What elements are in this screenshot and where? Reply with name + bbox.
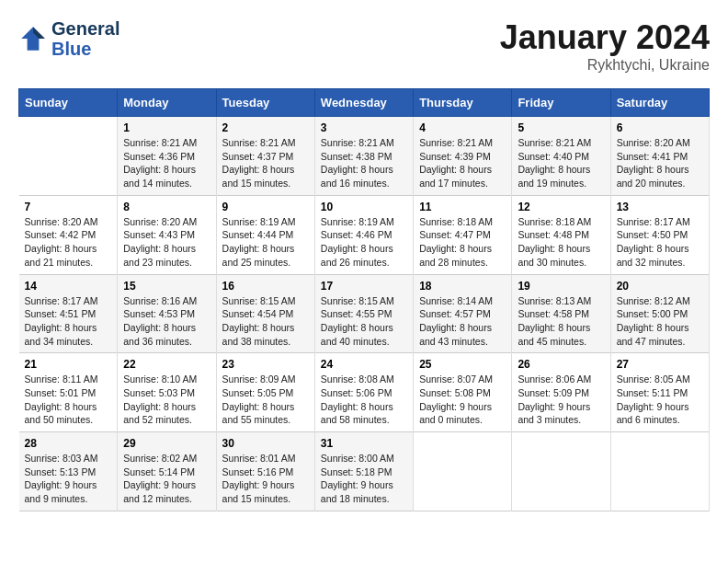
day-cell: 27Sunrise: 8:05 AM Sunset: 5:11 PM Dayli… [610,353,709,432]
weekday-header-wednesday: Wednesday [314,89,413,117]
day-info: Sunrise: 8:13 AM Sunset: 4:58 PM Dayligh… [518,294,604,349]
day-cell: 11Sunrise: 8:18 AM Sunset: 4:47 PM Dayli… [414,195,512,274]
day-info: Sunrise: 8:21 AM Sunset: 4:40 PM Dayligh… [518,136,604,190]
weekday-header-saturday: Saturday [610,89,709,117]
day-cell: 2Sunrise: 8:21 AM Sunset: 4:37 PM Daylig… [216,117,314,196]
day-cell: 29Sunrise: 8:02 AM Sunset: 5:14 PM Dayli… [118,432,216,511]
day-info: Sunrise: 8:21 AM Sunset: 4:39 PM Dayligh… [419,136,506,190]
day-number: 10 [321,201,407,213]
day-number: 26 [518,358,604,371]
day-number: 15 [123,280,210,293]
day-number: 5 [518,121,604,134]
day-info: Sunrise: 8:21 AM Sunset: 4:36 PM Dayligh… [123,136,210,190]
day-cell: 8Sunrise: 8:20 AM Sunset: 4:43 PM Daylig… [118,195,216,274]
day-info: Sunrise: 8:19 AM Sunset: 4:44 PM Dayligh… [222,215,309,270]
day-info: Sunrise: 8:05 AM Sunset: 5:11 PM Dayligh… [617,373,703,427]
day-number: 13 [617,201,703,213]
week-row-4: 21Sunrise: 8:11 AM Sunset: 5:01 PM Dayli… [19,353,710,432]
day-cell: 5Sunrise: 8:21 AM Sunset: 4:40 PM Daylig… [512,117,610,196]
weekday-header-tuesday: Tuesday [216,89,314,117]
week-row-1: 1Sunrise: 8:21 AM Sunset: 4:36 PM Daylig… [19,117,710,196]
day-number: 7 [25,201,112,213]
day-cell: 10Sunrise: 8:19 AM Sunset: 4:46 PM Dayli… [314,195,413,274]
day-number: 8 [123,201,210,213]
day-number: 14 [25,280,112,293]
day-info: Sunrise: 8:02 AM Sunset: 5:14 PM Dayligh… [123,452,210,506]
day-number: 19 [518,280,604,293]
day-number: 6 [617,121,703,134]
day-number: 11 [419,201,506,213]
day-cell [414,432,512,511]
day-cell: 14Sunrise: 8:17 AM Sunset: 4:51 PM Dayli… [19,274,118,353]
day-number: 27 [617,358,703,371]
week-row-5: 28Sunrise: 8:03 AM Sunset: 5:13 PM Dayli… [19,432,710,511]
weekday-header-friday: Friday [512,89,610,117]
title-block: January 2024 Rykhtychi, Ukraine [500,18,710,74]
day-cell: 17Sunrise: 8:15 AM Sunset: 4:55 PM Dayli… [314,274,413,353]
logo-icon [18,24,48,53]
day-cell: 28Sunrise: 8:03 AM Sunset: 5:13 PM Dayli… [19,432,118,511]
day-cell: 4Sunrise: 8:21 AM Sunset: 4:39 PM Daylig… [414,117,512,196]
day-cell [610,432,709,511]
page-header: General Blue January 2024 Rykhtychi, Ukr… [18,18,710,74]
day-cell: 19Sunrise: 8:13 AM Sunset: 4:58 PM Dayli… [512,274,610,353]
weekday-header-sunday: Sunday [19,89,118,117]
day-cell [19,117,118,196]
day-cell: 6Sunrise: 8:20 AM Sunset: 4:41 PM Daylig… [610,117,709,196]
day-cell: 20Sunrise: 8:12 AM Sunset: 5:00 PM Dayli… [610,274,709,353]
weekday-header-thursday: Thursday [414,89,512,117]
day-number: 28 [25,437,112,450]
day-cell: 1Sunrise: 8:21 AM Sunset: 4:36 PM Daylig… [118,117,216,196]
day-cell: 18Sunrise: 8:14 AM Sunset: 4:57 PM Dayli… [414,274,512,353]
day-info: Sunrise: 8:00 AM Sunset: 5:18 PM Dayligh… [321,452,407,506]
day-number: 18 [419,280,506,293]
day-info: Sunrise: 8:07 AM Sunset: 5:08 PM Dayligh… [419,373,506,427]
day-info: Sunrise: 8:18 AM Sunset: 4:48 PM Dayligh… [518,215,604,270]
day-cell: 24Sunrise: 8:08 AM Sunset: 5:06 PM Dayli… [314,353,413,432]
day-cell: 9Sunrise: 8:19 AM Sunset: 4:44 PM Daylig… [216,195,314,274]
day-info: Sunrise: 8:10 AM Sunset: 5:03 PM Dayligh… [123,373,210,427]
week-row-2: 7Sunrise: 8:20 AM Sunset: 4:42 PM Daylig… [19,195,710,274]
logo-name-line2: Blue [51,39,119,59]
day-info: Sunrise: 8:12 AM Sunset: 5:00 PM Dayligh… [617,294,703,349]
day-info: Sunrise: 8:11 AM Sunset: 5:01 PM Dayligh… [25,373,112,427]
day-number: 2 [222,121,309,134]
day-number: 31 [321,437,407,450]
day-number: 30 [222,437,309,450]
day-info: Sunrise: 8:18 AM Sunset: 4:47 PM Dayligh… [419,215,506,270]
day-info: Sunrise: 8:15 AM Sunset: 4:54 PM Dayligh… [222,294,309,349]
weekday-header-monday: Monday [118,89,216,117]
weekday-header-row: SundayMondayTuesdayWednesdayThursdayFrid… [19,89,710,117]
day-info: Sunrise: 8:21 AM Sunset: 4:38 PM Dayligh… [321,136,407,190]
day-info: Sunrise: 8:14 AM Sunset: 4:57 PM Dayligh… [419,294,506,349]
day-info: Sunrise: 8:16 AM Sunset: 4:53 PM Dayligh… [123,294,210,349]
day-number: 25 [419,358,506,371]
day-number: 23 [222,358,309,371]
day-number: 21 [25,358,112,371]
day-info: Sunrise: 8:01 AM Sunset: 5:16 PM Dayligh… [222,452,309,506]
day-cell: 16Sunrise: 8:15 AM Sunset: 4:54 PM Dayli… [216,274,314,353]
day-info: Sunrise: 8:20 AM Sunset: 4:42 PM Dayligh… [25,215,112,270]
day-number: 3 [321,121,407,134]
day-cell: 13Sunrise: 8:17 AM Sunset: 4:50 PM Dayli… [610,195,709,274]
day-info: Sunrise: 8:06 AM Sunset: 5:09 PM Dayligh… [518,373,604,427]
day-info: Sunrise: 8:03 AM Sunset: 5:13 PM Dayligh… [25,452,112,506]
day-number: 1 [123,121,210,134]
month-title: January 2024 [500,18,710,57]
day-cell: 22Sunrise: 8:10 AM Sunset: 5:03 PM Dayli… [118,353,216,432]
day-info: Sunrise: 8:19 AM Sunset: 4:46 PM Dayligh… [321,215,407,270]
day-number: 4 [419,121,506,134]
day-info: Sunrise: 8:17 AM Sunset: 4:50 PM Dayligh… [617,215,703,270]
week-row-3: 14Sunrise: 8:17 AM Sunset: 4:51 PM Dayli… [19,274,710,353]
day-info: Sunrise: 8:09 AM Sunset: 5:05 PM Dayligh… [222,373,309,427]
calendar-table: SundayMondayTuesdayWednesdayThursdayFrid… [18,88,710,511]
day-info: Sunrise: 8:17 AM Sunset: 4:51 PM Dayligh… [25,294,112,349]
day-number: 16 [222,280,309,293]
day-cell: 7Sunrise: 8:20 AM Sunset: 4:42 PM Daylig… [19,195,118,274]
day-number: 20 [617,280,703,293]
day-info: Sunrise: 8:20 AM Sunset: 4:43 PM Dayligh… [123,215,210,270]
day-info: Sunrise: 8:08 AM Sunset: 5:06 PM Dayligh… [321,373,407,427]
location: Rykhtychi, Ukraine [500,57,710,74]
day-info: Sunrise: 8:20 AM Sunset: 4:41 PM Dayligh… [617,136,703,190]
day-number: 9 [222,201,309,213]
